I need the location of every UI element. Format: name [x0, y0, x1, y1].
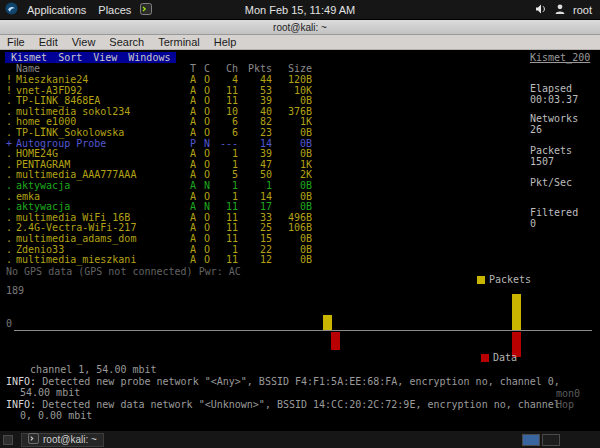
log-message: INFO: Detected new data network "<Unknow… [6, 399, 562, 422]
packets-bars [14, 294, 592, 330]
menu-search[interactable]: Search [102, 35, 151, 50]
menu-file[interactable]: File [0, 35, 32, 50]
terminal-content: KismetSortViewWindows Kismet_200 NameTCC… [0, 50, 600, 430]
kali-logo-icon[interactable] [5, 2, 18, 17]
column-header-size: Size [272, 64, 312, 75]
top-panel-right: root [535, 3, 600, 17]
network-row[interactable]: !Mieszkanie24AO444120B [6, 75, 312, 86]
data-bar [331, 332, 340, 350]
terminal-menu-bar: FileEditViewSearchTerminalHelp [0, 35, 600, 50]
terminal-launcher-icon[interactable] [140, 3, 152, 17]
interface-name: mon0 [556, 388, 580, 399]
menu-terminal[interactable]: Terminal [151, 35, 207, 50]
taskbar-window-button[interactable]: root@kali: ~ [21, 433, 104, 447]
kismet-menu-kismet[interactable]: Kismet [11, 52, 47, 63]
places-menu[interactable]: Places [95, 4, 134, 16]
window-title-bar[interactable]: root@kali: ~ [0, 20, 600, 35]
packets-legend-label: Packets [489, 274, 531, 285]
stat-filtered: Filtered 0 [530, 208, 596, 229]
kismet-menu-view[interactable]: View [93, 52, 117, 63]
stat-value: 0 [530, 219, 596, 230]
server-tab[interactable]: Kismet_200 [530, 52, 590, 63]
bottom-panel: root@kali: ~ [0, 430, 600, 448]
data-legend-label: Data [493, 352, 517, 363]
menu-edit[interactable]: Edit [32, 35, 65, 50]
network-list: !Mieszkanie24AO444120B!vnet-A3FD92AO1153… [6, 75, 312, 266]
column-header-pkts: Pkts [238, 64, 272, 75]
stat-pktsec: Pkt/Sec [530, 178, 596, 189]
gps-status: No GPS data (GPS not connected) Pwr: AC [6, 266, 241, 277]
volume-icon[interactable] [535, 3, 547, 17]
stat-label: Filtered [530, 208, 596, 219]
stat-label: Pkt/Sec [530, 178, 596, 189]
user-icon [554, 3, 566, 17]
column-header-c: C [200, 64, 214, 75]
kismet-menu-sort[interactable]: Sort [58, 52, 82, 63]
column-header-name: Name [16, 64, 186, 75]
top-panel-left: Applications Places [0, 2, 152, 17]
network-row[interactable]: .multimedia_mieszkaniAO11120B [6, 255, 312, 266]
data-legend: Data [481, 352, 517, 363]
workspace-1[interactable] [522, 434, 540, 446]
stat-elapsed: Elapsed 00:03.37 [530, 84, 596, 105]
network-row[interactable]: .aktywacjaAN110B [6, 181, 312, 192]
applications-menu[interactable]: Applications [24, 4, 89, 16]
log-message: channel 1, 54.00 mbit [6, 364, 562, 376]
stat-packets: Packets 1507 [530, 146, 596, 167]
packets-legend: Packets [477, 274, 531, 285]
panel-hide-icon[interactable] [3, 435, 13, 445]
column-header-t: T [186, 64, 200, 75]
kismet-menu-bar: KismetSortViewWindows [5, 52, 176, 63]
packets-swatch-icon [477, 276, 485, 284]
workspace-2[interactable] [542, 434, 560, 446]
network-row[interactable]: .multimedia_adams_domAO11150B [6, 234, 312, 245]
stat-value: 00:03.37 [530, 95, 596, 106]
interface-status: mon0 Hop [556, 388, 580, 410]
network-list-header: NameTCChPktsSize [6, 64, 312, 75]
stat-value: 1507 [530, 157, 596, 168]
message-log: channel 1, 54.00 mbitINFO: Detected new … [6, 364, 562, 422]
workspace-switcher[interactable] [522, 434, 600, 446]
terminal-icon [28, 433, 39, 446]
kismet-menu-windows[interactable]: Windows [128, 52, 170, 63]
user-menu[interactable]: root [573, 4, 592, 16]
stat-networks: Networks 26 [530, 114, 596, 135]
column-header-ch: Ch [214, 64, 238, 75]
stat-label: Packets [530, 146, 596, 157]
hop-status: Hop [556, 399, 580, 410]
menu-help[interactable]: Help [207, 35, 244, 50]
top-panel: Applications Places Mon Feb 15, 11:49 AM… [0, 0, 600, 20]
packets-bar [323, 315, 332, 330]
graph-baseline [14, 330, 592, 331]
stat-value: 26 [530, 125, 596, 136]
data-swatch-icon [481, 354, 489, 362]
stat-label: Elapsed [530, 84, 596, 95]
taskbar-window-label: root@kali: ~ [43, 434, 97, 445]
log-message: INFO: Detected new probe network "<Any>"… [6, 376, 562, 399]
stat-label: Networks [530, 114, 596, 125]
menu-view[interactable]: View [65, 35, 103, 50]
packets-bar [512, 294, 521, 330]
graph-zero-label: 0 [6, 318, 12, 329]
screen: Applications Places Mon Feb 15, 11:49 AM… [0, 0, 600, 448]
network-row[interactable]: .TP-LINK_SokolowskaAO6230B [6, 128, 312, 139]
